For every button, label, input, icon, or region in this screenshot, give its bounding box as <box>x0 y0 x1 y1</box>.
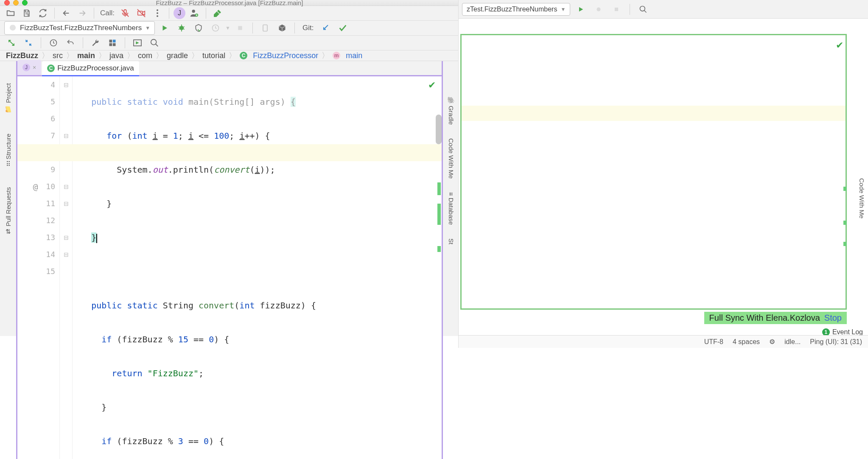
svg-rect-13 <box>113 40 116 43</box>
run-config-name: FizzBuzzTest.FizzBuzzThreeNumbers <box>20 24 142 32</box>
crumb-com[interactable]: com <box>138 51 152 60</box>
tool-pullrequests-tab[interactable]: ⇅Pull Requests <box>3 185 14 236</box>
call-label: Call: <box>100 9 115 17</box>
crumb-gradle[interactable]: gradle <box>167 51 188 60</box>
sec-inspection-ok-icon[interactable]: ✔ <box>836 40 843 51</box>
class-icon: C <box>240 52 247 59</box>
collapse-icon[interactable] <box>21 36 36 50</box>
sec-status-bar: UTF-8 4 spaces ⚙ idle... Ping (UI): 31 (… <box>459 335 868 348</box>
crumb-src[interactable]: src <box>53 51 63 60</box>
sec-run-config[interactable]: zTest.FizzBuzzThreeNumbers ▼ <box>462 3 570 16</box>
video-off-icon[interactable] <box>134 6 148 20</box>
back-icon[interactable] <box>59 6 73 20</box>
run-icon[interactable] <box>157 21 172 35</box>
save-icon[interactable] <box>20 6 34 20</box>
user-avatar[interactable]: J <box>174 7 185 19</box>
svg-point-4 <box>157 15 158 17</box>
editor-tab-active[interactable]: C FizzBuzzProcessor.java <box>42 61 139 76</box>
crumb-method[interactable]: m main <box>333 51 362 60</box>
svg-point-3 <box>157 12 158 14</box>
editor-area: J × C FizzBuzzProcessor.java 456789 @ 10… <box>16 61 443 459</box>
wrench-icon[interactable] <box>88 36 103 50</box>
tool-project-tab[interactable]: 📁Project <box>3 81 14 115</box>
tool-database-tab[interactable]: ≡ Database <box>446 190 456 227</box>
git-commit-icon[interactable] <box>336 21 350 35</box>
crumb-main[interactable]: main <box>77 51 95 60</box>
run-toolbar: FizzBuzzTest.FizzBuzzThreeNumbers ▼ ▼ Gi… <box>0 21 459 36</box>
class-icon: C <box>47 64 55 72</box>
svg-point-18 <box>597 7 601 11</box>
svg-rect-10 <box>263 25 267 31</box>
svg-point-5 <box>192 10 195 13</box>
crumb-tutorial[interactable]: tutorial <box>202 51 225 60</box>
expand-icon[interactable] <box>4 36 19 50</box>
svg-point-17 <box>151 39 157 45</box>
svg-rect-15 <box>113 43 116 46</box>
java-file-icon: J <box>22 64 30 71</box>
secondary-window: zTest.FizzBuzzThreeNumbers ▼ ✔ Code With… <box>458 0 868 348</box>
svg-rect-14 <box>109 43 112 46</box>
breadcrumb: FizzBuzz 〉 src 〉 main 〉 java 〉 com 〉 gra… <box>0 50 459 61</box>
debug-icon[interactable] <box>174 21 189 35</box>
svg-rect-9 <box>238 26 242 30</box>
forward-icon[interactable] <box>75 6 90 20</box>
fold-column: ⊟⊟⊟⊟⊟⊟⊟ <box>60 76 73 459</box>
run-config-selector[interactable]: FizzBuzzTest.FizzBuzzThreeNumbers ▼ <box>4 21 155 35</box>
sec-status-indent[interactable]: 4 spaces <box>733 338 760 346</box>
sec-codewithme-tab[interactable]: Code With Me <box>858 178 865 218</box>
titlebar: FizzBuzz – FizzBuzzProcessor.java [FizzB… <box>0 0 459 6</box>
git-pull-icon[interactable] <box>319 21 333 35</box>
editor-tab-label: FizzBuzzProcessor.java <box>57 64 134 73</box>
tool-gradle-tab[interactable]: 🐘 Gradle <box>445 95 456 126</box>
profile-icon[interactable] <box>208 21 223 35</box>
nav-toolbar <box>0 36 459 50</box>
mic-off-icon[interactable] <box>118 6 132 20</box>
sec-search-icon[interactable] <box>636 2 650 17</box>
undo-icon[interactable] <box>63 36 78 50</box>
chevron-down-icon: ▼ <box>145 25 150 31</box>
code-editor[interactable]: 456789 @ 10 1112131415 ⊟⊟⊟⊟⊟⊟⊟ public st… <box>17 76 442 459</box>
editor-scrollbar[interactable] <box>435 76 442 459</box>
tool-structure-tab[interactable]: ⠿Structure <box>3 132 14 168</box>
stop-icon[interactable] <box>233 21 247 35</box>
sec-status-enc[interactable]: UTF-8 <box>704 338 723 346</box>
method-icon: m <box>333 52 340 59</box>
sec-debug-icon[interactable] <box>591 2 606 17</box>
more-icon[interactable] <box>150 6 165 20</box>
package-icon[interactable] <box>275 21 289 35</box>
search-icon[interactable] <box>147 36 162 50</box>
primary-window: FizzBuzz – FizzBuzzProcessor.java [FizzB… <box>0 0 459 336</box>
sec-toolbar: zTest.FizzBuzzThreeNumbers ▼ <box>459 0 868 19</box>
right-tool-tabs: 🐘 Gradle Code With Me ≡ Database St <box>443 95 459 307</box>
sec-sync-banner: Full Sync With Elena.Kozlova Stop <box>704 312 847 324</box>
project-structure-icon[interactable] <box>105 36 120 50</box>
left-tool-tabs: 📁Project ⠿Structure ⇅Pull Requests <box>0 81 16 294</box>
crumb-project[interactable]: FizzBuzz <box>6 51 38 60</box>
sec-sync-stop[interactable]: Stop <box>824 313 842 323</box>
editor-tab-j[interactable]: J × <box>17 60 41 75</box>
svg-rect-19 <box>615 7 618 11</box>
sec-run-icon[interactable] <box>574 2 588 17</box>
sync-icon[interactable] <box>36 6 50 20</box>
sec-status-ping: Ping (UI): 31 (31) <box>810 338 862 346</box>
sec-status-idle: idle... <box>784 338 801 346</box>
svg-rect-12 <box>109 40 112 43</box>
coverage-icon[interactable] <box>191 21 206 35</box>
tool-codewithme-tab[interactable]: Code With Me <box>446 137 456 180</box>
close-tab-icon[interactable]: × <box>33 64 36 71</box>
run-anything-icon[interactable] <box>130 36 145 50</box>
crumb-class[interactable]: C FizzBuzzProcessor <box>240 51 318 60</box>
device-icon[interactable] <box>258 21 272 35</box>
build-hammer-icon[interactable] <box>210 6 225 20</box>
sec-status-settings-icon[interactable]: ⚙ <box>769 338 775 346</box>
code-content[interactable]: public static void main(String[] args) {… <box>73 76 442 459</box>
svg-point-2 <box>157 9 158 11</box>
sec-stop-icon[interactable] <box>609 2 624 17</box>
sec-editor[interactable] <box>460 34 847 310</box>
crumb-java[interactable]: java <box>109 51 123 60</box>
open-file-icon[interactable] <box>3 6 18 20</box>
line-gutter: 456789 @ 10 1112131415 <box>17 76 60 459</box>
tool-st-tab[interactable]: St <box>446 237 456 246</box>
history-icon[interactable] <box>46 36 61 50</box>
add-user-icon[interactable] <box>187 6 202 20</box>
